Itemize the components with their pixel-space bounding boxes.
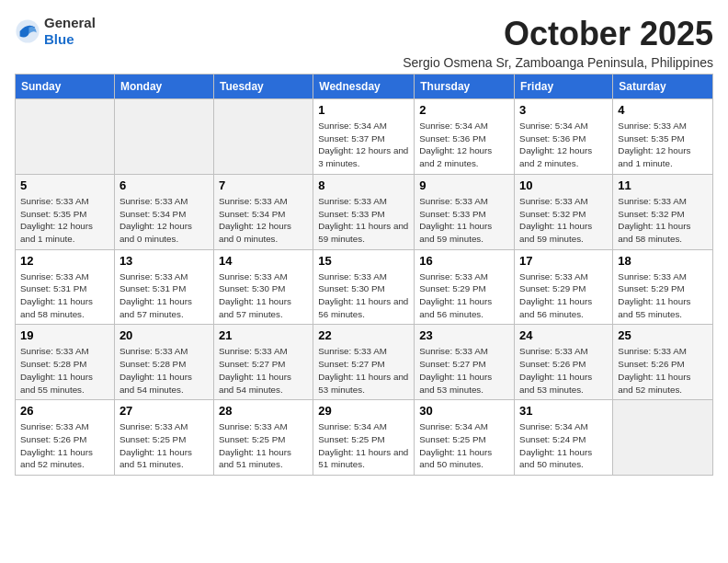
month-year-title: October 2025 [403, 15, 713, 53]
cell-details: Sunrise: 5:33 AMSunset: 5:31 PMDaylight:… [119, 270, 209, 321]
calendar-cell: 13Sunrise: 5:33 AMSunset: 5:31 PMDayligh… [114, 249, 213, 325]
calendar-cell: 29Sunrise: 5:34 AMSunset: 5:25 PMDayligh… [313, 400, 415, 476]
day-number: 24 [519, 328, 608, 342]
day-number: 4 [618, 103, 708, 117]
calendar-cell: 19Sunrise: 5:33 AMSunset: 5:28 PMDayligh… [16, 325, 115, 400]
calendar-cell: 30Sunrise: 5:34 AMSunset: 5:25 PMDayligh… [415, 400, 515, 476]
cell-details: Sunrise: 5:33 AMSunset: 5:27 PMDaylight:… [219, 345, 308, 396]
calendar-cell: 6Sunrise: 5:33 AMSunset: 5:34 PMDaylight… [114, 174, 213, 249]
cell-details: Sunrise: 5:34 AMSunset: 5:36 PMDaylight:… [519, 120, 608, 170]
calendar-cell: 17Sunrise: 5:33 AMSunset: 5:29 PMDayligh… [515, 249, 613, 325]
day-number: 28 [219, 404, 308, 418]
day-number: 6 [119, 178, 209, 192]
calendar-cell: 21Sunrise: 5:33 AMSunset: 5:27 PMDayligh… [213, 325, 313, 400]
day-number: 27 [119, 404, 209, 418]
calendar-cell: 18Sunrise: 5:33 AMSunset: 5:29 PMDayligh… [613, 249, 713, 325]
cell-details: Sunrise: 5:33 AMSunset: 5:27 PMDaylight:… [318, 345, 409, 396]
day-header-saturday: Saturday [613, 75, 713, 99]
calendar-cell: 12Sunrise: 5:33 AMSunset: 5:31 PMDayligh… [16, 249, 115, 325]
location-subtitle: Sergio Osmena Sr, Zamboanga Peninsula, P… [403, 55, 713, 70]
calendar-cell: 5Sunrise: 5:33 AMSunset: 5:35 PMDaylight… [16, 174, 115, 249]
day-header-thursday: Thursday [415, 75, 515, 99]
day-number: 9 [419, 178, 509, 192]
title-block: October 2025 Sergio Osmena Sr, Zamboanga… [403, 15, 713, 70]
day-header-tuesday: Tuesday [213, 75, 313, 99]
calendar-week-4: 19Sunrise: 5:33 AMSunset: 5:28 PMDayligh… [16, 325, 713, 400]
calendar-cell [114, 99, 213, 175]
cell-details: Sunrise: 5:33 AMSunset: 5:32 PMDaylight:… [618, 195, 708, 246]
calendar-cell: 11Sunrise: 5:33 AMSunset: 5:32 PMDayligh… [613, 174, 713, 249]
cell-details: Sunrise: 5:33 AMSunset: 5:25 PMDaylight:… [219, 420, 308, 471]
day-number: 31 [519, 404, 608, 418]
calendar-cell: 9Sunrise: 5:33 AMSunset: 5:33 PMDaylight… [415, 174, 515, 249]
cell-details: Sunrise: 5:33 AMSunset: 5:29 PMDaylight:… [519, 270, 608, 321]
calendar-cell: 15Sunrise: 5:33 AMSunset: 5:30 PMDayligh… [313, 249, 415, 325]
day-number: 25 [618, 328, 708, 342]
calendar-cell: 31Sunrise: 5:34 AMSunset: 5:24 PMDayligh… [515, 400, 613, 476]
day-header-friday: Friday [515, 75, 613, 99]
calendar-cell: 3Sunrise: 5:34 AMSunset: 5:36 PMDaylight… [515, 99, 613, 175]
calendar-cell: 25Sunrise: 5:33 AMSunset: 5:26 PMDayligh… [613, 325, 713, 400]
day-header-sunday: Sunday [16, 75, 115, 99]
day-header-monday: Monday [114, 75, 213, 99]
calendar-cell: 2Sunrise: 5:34 AMSunset: 5:36 PMDaylight… [415, 99, 515, 175]
calendar-cell: 4Sunrise: 5:33 AMSunset: 5:35 PMDaylight… [613, 99, 713, 175]
day-number: 23 [419, 328, 509, 342]
day-number: 20 [119, 328, 209, 342]
day-number: 12 [20, 254, 109, 268]
cell-details: Sunrise: 5:33 AMSunset: 5:26 PMDaylight:… [519, 345, 608, 396]
calendar-table: SundayMondayTuesdayWednesdayThursdayFrid… [15, 74, 713, 476]
day-header-wednesday: Wednesday [313, 75, 415, 99]
calendar-cell: 23Sunrise: 5:33 AMSunset: 5:27 PMDayligh… [415, 325, 515, 400]
cell-details: Sunrise: 5:33 AMSunset: 5:35 PMDaylight:… [20, 195, 109, 246]
day-number: 13 [119, 254, 209, 268]
day-number: 26 [20, 404, 109, 418]
calendar-cell: 27Sunrise: 5:33 AMSunset: 5:25 PMDayligh… [114, 400, 213, 476]
day-number: 30 [419, 404, 509, 418]
day-number: 5 [20, 178, 109, 192]
calendar-cell: 22Sunrise: 5:33 AMSunset: 5:27 PMDayligh… [313, 325, 415, 400]
cell-details: Sunrise: 5:33 AMSunset: 5:35 PMDaylight:… [618, 120, 708, 170]
day-number: 29 [318, 404, 409, 418]
calendar-cell: 1Sunrise: 5:34 AMSunset: 5:37 PMDaylight… [313, 99, 415, 175]
cell-details: Sunrise: 5:34 AMSunset: 5:37 PMDaylight:… [318, 120, 409, 170]
calendar-cell: 8Sunrise: 5:33 AMSunset: 5:33 PMDaylight… [313, 174, 415, 249]
calendar-cell [613, 400, 713, 476]
cell-details: Sunrise: 5:33 AMSunset: 5:32 PMDaylight:… [519, 195, 608, 246]
logo-general-text: General [44, 15, 96, 30]
calendar-cell: 14Sunrise: 5:33 AMSunset: 5:30 PMDayligh… [213, 249, 313, 325]
calendar-cell: 7Sunrise: 5:33 AMSunset: 5:34 PMDaylight… [213, 174, 313, 249]
cell-details: Sunrise: 5:34 AMSunset: 5:24 PMDaylight:… [519, 420, 608, 471]
cell-details: Sunrise: 5:33 AMSunset: 5:28 PMDaylight:… [119, 345, 209, 396]
day-number: 11 [618, 178, 708, 192]
cell-details: Sunrise: 5:33 AMSunset: 5:33 PMDaylight:… [419, 195, 509, 246]
day-number: 10 [519, 178, 608, 192]
day-number: 19 [20, 328, 109, 342]
calendar-cell: 26Sunrise: 5:33 AMSunset: 5:26 PMDayligh… [16, 400, 115, 476]
cell-details: Sunrise: 5:33 AMSunset: 5:27 PMDaylight:… [419, 345, 509, 396]
cell-details: Sunrise: 5:33 AMSunset: 5:29 PMDaylight:… [618, 270, 708, 321]
day-number: 15 [318, 254, 409, 268]
calendar-header-row: SundayMondayTuesdayWednesdayThursdayFrid… [16, 75, 713, 99]
logo-icon [15, 18, 40, 44]
cell-details: Sunrise: 5:33 AMSunset: 5:25 PMDaylight:… [119, 420, 209, 471]
cell-details: Sunrise: 5:33 AMSunset: 5:26 PMDaylight:… [618, 345, 708, 396]
day-number: 3 [519, 103, 608, 117]
day-number: 7 [219, 178, 308, 192]
day-number: 2 [419, 103, 509, 117]
day-number: 16 [419, 254, 509, 268]
cell-details: Sunrise: 5:33 AMSunset: 5:28 PMDaylight:… [20, 345, 109, 396]
day-number: 18 [618, 254, 708, 268]
day-number: 14 [219, 254, 308, 268]
logo: General Blue [15, 15, 96, 48]
calendar-week-3: 12Sunrise: 5:33 AMSunset: 5:31 PMDayligh… [16, 249, 713, 325]
day-number: 21 [219, 328, 308, 342]
calendar-cell: 24Sunrise: 5:33 AMSunset: 5:26 PMDayligh… [515, 325, 613, 400]
cell-details: Sunrise: 5:33 AMSunset: 5:26 PMDaylight:… [20, 420, 109, 471]
cell-details: Sunrise: 5:34 AMSunset: 5:36 PMDaylight:… [419, 120, 509, 170]
cell-details: Sunrise: 5:34 AMSunset: 5:25 PMDaylight:… [318, 420, 409, 471]
cell-details: Sunrise: 5:33 AMSunset: 5:33 PMDaylight:… [318, 195, 409, 246]
calendar-cell [16, 99, 115, 175]
calendar-week-1: 1Sunrise: 5:34 AMSunset: 5:37 PMDaylight… [16, 99, 713, 175]
cell-details: Sunrise: 5:33 AMSunset: 5:30 PMDaylight:… [219, 270, 308, 321]
